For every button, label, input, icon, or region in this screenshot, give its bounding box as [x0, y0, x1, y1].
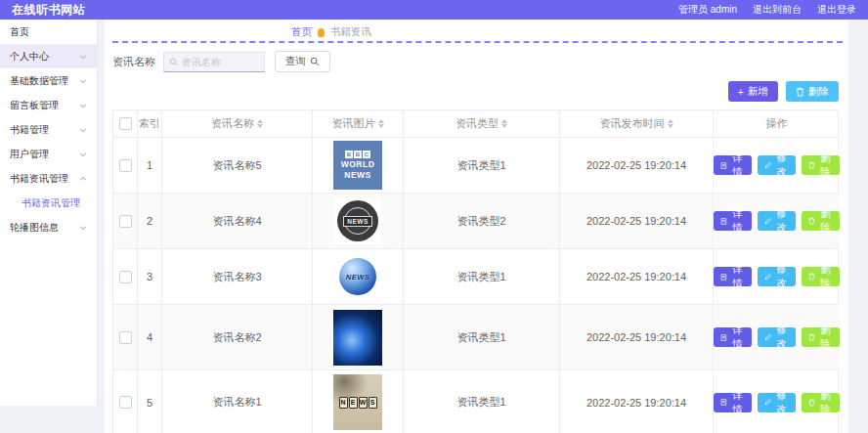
chevron-down-icon [79, 53, 87, 61]
news-image-bbc-world-news: B B C WORLD NEWS [333, 141, 382, 190]
sidebar-item-home[interactable]: 首页 [0, 20, 97, 44]
sort-icon[interactable] [257, 119, 263, 128]
cell-image: N E W S [313, 370, 404, 433]
cell-publish-time: 2022-02-25 19:20:14 [560, 194, 714, 249]
pen-icon [764, 273, 771, 281]
cell-index: 5 [138, 370, 162, 433]
detail-button[interactable]: 详情 [714, 155, 752, 175]
cell-actions: 详情 修改 删除 [714, 305, 840, 370]
document-icon [720, 398, 727, 407]
sidebar-item-book-management[interactable]: 书籍管理 [0, 117, 97, 142]
sidebar-item-personal-center[interactable]: 个人中心 [0, 44, 97, 68]
news-name-label: 资讯名称 [112, 55, 155, 69]
news-image-dark-globe: NEWS [334, 197, 381, 244]
sort-icon[interactable] [501, 119, 507, 128]
pen-icon [764, 217, 771, 226]
row-checkbox[interactable] [119, 331, 132, 344]
detail-button[interactable]: 详情 [714, 267, 752, 286]
row-checkbox[interactable] [119, 396, 132, 409]
sidebar-item-label: 基础数据管理 [10, 74, 68, 88]
query-button[interactable]: 查询 [275, 51, 330, 72]
sort-icon[interactable] [668, 119, 673, 128]
cell-publish-time: 2022-02-25 19:20:14 [560, 138, 714, 194]
sidebar-subitem-book-news-management-active[interactable]: 书籍资讯管理 [0, 191, 97, 215]
logout-link[interactable]: 退出登录 [817, 3, 856, 17]
cell-actions: 详情 修改 删除 [714, 370, 840, 433]
col-header-publish-time[interactable]: 资讯发布时间 [560, 110, 714, 138]
delete-button[interactable]: 删除 [802, 393, 840, 412]
table-row: 1 资讯名称5 B B C WORLD NEWS 资讯类型1 2022-02-2… [113, 138, 838, 194]
chevron-down-icon [79, 126, 87, 134]
row-checkbox[interactable] [119, 159, 132, 172]
header-actions: 管理员 admin 退出到前台 退出登录 [678, 3, 856, 17]
row-checkbox[interactable] [119, 271, 132, 283]
col-header-actions: 操作 [714, 110, 840, 138]
document-icon [720, 333, 727, 342]
detail-button[interactable]: 详情 [714, 393, 752, 412]
select-all-checkbox[interactable] [119, 117, 132, 130]
top-header: 在线听书网站 管理员 admin 退出到前台 退出登录 [0, 0, 868, 20]
query-button-label: 查询 [285, 55, 306, 68]
edit-button[interactable]: 修改 [758, 211, 796, 231]
sidebar-item-label: 书籍管理 [10, 123, 49, 137]
delete-button[interactable]: 删除 [802, 267, 840, 286]
col-header-index[interactable]: 索引 [138, 110, 162, 138]
delete-button[interactable]: 删除 [802, 327, 840, 347]
breadcrumb: 首页 书籍资讯 [291, 25, 371, 39]
delete-button[interactable]: 删除 [802, 155, 840, 175]
news-image-blue-globe: NEWS [339, 258, 376, 295]
sidebar-item-user-management[interactable]: 用户管理 [0, 142, 97, 166]
edit-button[interactable]: 修改 [758, 327, 796, 347]
exit-to-front-link[interactable]: 退出到前台 [753, 3, 802, 17]
delete-button[interactable]: 删除 [802, 211, 840, 231]
table-row: 4 资讯名称2 资讯类型1 2022-02-25 19:20:14 详情 修改 [113, 305, 838, 370]
edit-button[interactable]: 修改 [758, 267, 796, 286]
sidebar-item-label: 书籍资讯管理 [10, 172, 68, 186]
batch-delete-button[interactable]: 删除 [786, 81, 839, 102]
admin-user-label: 管理员 admin [678, 3, 737, 17]
edit-button[interactable]: 修改 [758, 393, 796, 412]
row-checkbox[interactable] [119, 215, 132, 228]
sidebar-item-base-data[interactable]: 基础数据管理 [0, 68, 97, 93]
pen-icon [764, 333, 771, 342]
plus-icon: + [738, 86, 744, 98]
news-image-earth [333, 310, 382, 366]
col-header-type[interactable]: 资讯类型 [404, 110, 560, 138]
edit-button[interactable]: 修改 [758, 155, 796, 175]
cell-image: NEWS [313, 249, 404, 305]
sort-icon[interactable] [378, 119, 384, 128]
table-header-row: 索引 资讯名称 资讯图片 资讯类型 资讯发布时间 操作 [113, 110, 838, 138]
cell-type: 资讯类型1 [404, 249, 560, 305]
sidebar-item-label: 个人中心 [10, 50, 49, 64]
add-button[interactable]: + 新增 [728, 81, 778, 102]
sidebar-item-message-board[interactable]: 留言板管理 [0, 93, 97, 117]
col-header-name[interactable]: 资讯名称 [162, 110, 313, 138]
document-icon [720, 161, 727, 170]
sidebar-item-label: 用户管理 [10, 148, 49, 161]
sidebar-item-book-news-management[interactable]: 书籍资讯管理 [0, 166, 97, 191]
trash-icon [808, 398, 815, 408]
table-row: 5 资讯名称1 N E W S 资讯类型1 2022-02-25 19:20:1… [113, 370, 838, 433]
trash-icon [808, 272, 815, 281]
app-title: 在线听书网站 [12, 2, 85, 19]
cell-name: 资讯名称3 [162, 249, 313, 305]
cell-actions: 详情 修改 删除 [714, 194, 840, 249]
news-image-letter-tiles: N E W S [333, 374, 382, 430]
cell-index: 4 [138, 305, 162, 370]
detail-button[interactable]: 详情 [714, 211, 752, 231]
pen-icon [764, 161, 771, 170]
cell-actions: 详情 修改 删除 [714, 138, 840, 194]
detail-button[interactable]: 详情 [714, 327, 752, 347]
document-icon [720, 217, 727, 226]
sidebar-item-carousel-info[interactable]: 轮播图信息 [0, 215, 97, 239]
cell-index: 3 [138, 249, 162, 305]
breadcrumb-home-link[interactable]: 首页 [291, 25, 312, 39]
search-icon [310, 57, 320, 66]
col-header-image[interactable]: 资讯图片 [313, 110, 404, 138]
chevron-down-icon [79, 77, 87, 85]
dashed-divider [112, 41, 843, 43]
news-name-input[interactable] [182, 57, 259, 67]
table-row: 3 资讯名称3 NEWS 资讯类型1 2022-02-25 19:20:14 详… [113, 249, 838, 305]
chevron-down-icon [79, 224, 87, 232]
trash-icon [808, 216, 815, 226]
